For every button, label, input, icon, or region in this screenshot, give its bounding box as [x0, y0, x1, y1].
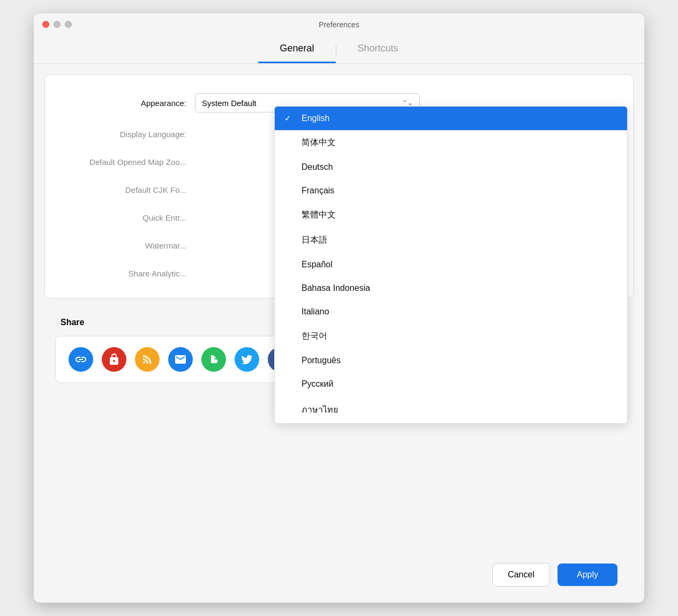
default-map-zoom-label: Default Opened Map Zoo...: [61, 157, 195, 167]
share-icon-rss[interactable]: [135, 347, 160, 372]
tab-shortcuts[interactable]: Shortcuts: [336, 37, 420, 63]
title-bar: Preferences: [34, 13, 644, 33]
language-option-bahasa[interactable]: Bahasa Indonesia: [275, 276, 627, 300]
traffic-lights: [42, 21, 72, 28]
window-title: Preferences: [319, 20, 359, 29]
share-icon-keychain[interactable]: [102, 347, 126, 372]
main-content: Appearance: System Default ⌃⌄ Display La…: [34, 64, 644, 402]
language-dropdown-overlay: ✓ English 简体中文 Deutsch Français 繁體中文 日本語: [274, 106, 628, 424]
settings-panel: Appearance: System Default ⌃⌄ Display La…: [44, 74, 634, 298]
bottom-bar: Cancel Apply: [492, 563, 617, 587]
dropdown-arrow-icon: ⌃⌄: [402, 99, 413, 107]
tab-general[interactable]: General: [258, 37, 335, 63]
share-icon-evernote[interactable]: [201, 347, 226, 372]
minimize-button[interactable]: [54, 21, 61, 28]
watermark-label: Watermar...: [61, 241, 195, 250]
language-option-english[interactable]: ✓ English: [275, 107, 627, 130]
share-icon-mail[interactable]: [168, 347, 193, 372]
language-option-espanol[interactable]: Español: [275, 253, 627, 276]
quick-entry-label: Quick Entr...: [61, 213, 195, 222]
language-option-korean[interactable]: 한국어: [275, 324, 627, 349]
apply-button[interactable]: Apply: [558, 564, 617, 586]
share-icon-copy-link[interactable]: [69, 347, 93, 372]
display-language-label: Display Language:: [61, 130, 195, 139]
language-option-francais[interactable]: Français: [275, 179, 627, 202]
default-cjk-font-label: Default CJK Fo...: [61, 185, 195, 194]
language-option-chinese-simplified[interactable]: 简体中文: [275, 130, 627, 155]
share-analytics-label: Share Analytic...: [61, 269, 195, 278]
preferences-window: Preferences General Shortcuts Appearance…: [34, 13, 644, 603]
appearance-label: Appearance:: [61, 99, 195, 108]
checkmark-icon: ✓: [284, 114, 291, 123]
language-option-thai[interactable]: ภาษาไทย: [275, 396, 627, 423]
close-button[interactable]: [42, 21, 49, 28]
language-option-italiano[interactable]: Italiano: [275, 300, 627, 324]
language-option-japanese[interactable]: 日本語: [275, 228, 627, 253]
maximize-button[interactable]: [65, 21, 72, 28]
language-option-portugues[interactable]: Português: [275, 349, 627, 372]
tab-bar: General Shortcuts: [34, 33, 644, 64]
share-icon-twitter[interactable]: [235, 347, 259, 372]
appearance-value: System Default: [202, 99, 257, 108]
language-option-deutsch[interactable]: Deutsch: [275, 155, 627, 179]
cancel-button[interactable]: Cancel: [492, 563, 550, 587]
language-option-chinese-traditional[interactable]: 繁體中文: [275, 202, 627, 228]
language-option-russian[interactable]: Русский: [275, 372, 627, 396]
